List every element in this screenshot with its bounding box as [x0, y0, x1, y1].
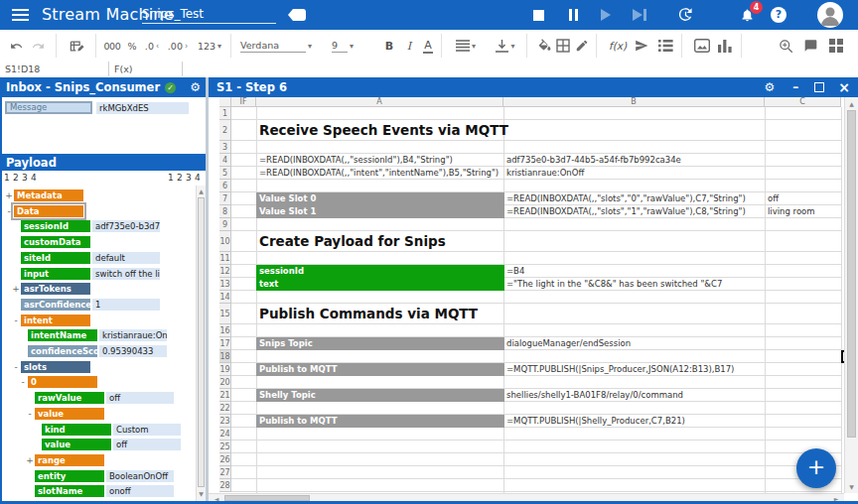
- help-button[interactable]: ?: [771, 7, 786, 23]
- machine-name-input[interactable]: Snips_Test: [142, 7, 276, 24]
- tree-key-asrTokens[interactable]: asrTokens: [21, 283, 90, 295]
- italic-button[interactable]: I: [399, 30, 419, 62]
- row-header-11[interactable]: 11: [219, 252, 231, 265]
- depth-tab-right-1[interactable]: 1: [168, 173, 174, 183]
- sheet-settings-icon[interactable]: [64, 30, 89, 62]
- cell-A4[interactable]: =READ(INBOXDATA(,,"sessionId"),B4,"Strin…: [256, 154, 504, 167]
- menu-icon[interactable]: [12, 9, 29, 21]
- tree-key-input[interactable]: input: [21, 268, 90, 280]
- cell-A15[interactable]: Publish Commands via MQTT: [256, 304, 653, 324]
- tree-key-slotName[interactable]: slotName: [35, 485, 104, 497]
- tree-expander-icon[interactable]: -: [5, 205, 13, 217]
- cell-B23[interactable]: =MQTT.PUBLISH(|Shelly_Producer,C7,B21): [503, 415, 766, 428]
- apps-grid-icon[interactable]: [824, 30, 848, 62]
- format-percent-button[interactable]: %: [125, 30, 139, 62]
- tree-value-kind[interactable]: Custom: [113, 424, 181, 436]
- message-label[interactable]: Message: [5, 101, 92, 114]
- row-header-18[interactable]: 18: [219, 350, 231, 363]
- play-button[interactable]: [598, 8, 614, 22]
- avatar[interactable]: [817, 2, 843, 28]
- cell-A12[interactable]: sessionId: [256, 265, 504, 278]
- tree-expander-icon[interactable]: -: [19, 376, 27, 388]
- depth-tab-left-4[interactable]: 4: [31, 173, 37, 183]
- cell-A19[interactable]: Publish to MQTT: [256, 363, 504, 376]
- scroll-up-icon[interactable]: ▲: [845, 100, 858, 107]
- streams-icon[interactable]: [630, 30, 653, 62]
- formula-input[interactable]: [183, 62, 858, 76]
- depth-tab-left-1[interactable]: 1: [4, 173, 10, 183]
- cell-B19[interactable]: =MQTT.PUBLISH(|Snips_Producer,JSON(A12:B…: [503, 363, 766, 376]
- insert-image-icon[interactable]: [689, 30, 715, 62]
- row-header-1[interactable]: 1: [219, 107, 231, 120]
- cell-A17[interactable]: Snips Topic: [256, 337, 504, 350]
- stop-button[interactable]: [530, 8, 546, 22]
- cell-A2[interactable]: Receive Speech Events via MQTT: [256, 120, 653, 141]
- cell-B8[interactable]: =READ(INBOXDATA(,,"slots","1","rawValue"…: [503, 205, 766, 218]
- depth-tab-right-2[interactable]: 2: [177, 173, 183, 183]
- row-header-27[interactable]: 27: [219, 466, 231, 479]
- column-header-C[interactable]: C: [765, 97, 841, 107]
- cell-B13[interactable]: ="The light in the "&C8&" has been switc…: [503, 278, 766, 291]
- depth-tab-left-2[interactable]: 2: [13, 173, 19, 183]
- tree-key-range[interactable]: range: [35, 454, 104, 466]
- tree-value-siteId[interactable]: default: [92, 252, 160, 264]
- cell-B7[interactable]: =READ(INBOXDATA(,,"slots","0","rawValue"…: [503, 192, 766, 205]
- cell-B17[interactable]: dialogueManager/endSession: [503, 337, 766, 350]
- row-header-16[interactable]: 16: [219, 324, 231, 337]
- horizontal-align-dropdown[interactable]: ▾: [449, 30, 483, 62]
- tree-key-confidenceScore[interactable]: confidenceScore: [28, 345, 97, 357]
- tree-key-kind[interactable]: kind: [42, 424, 111, 436]
- history-icon[interactable]: [676, 6, 693, 23]
- column-header-A[interactable]: A: [256, 97, 503, 107]
- tree-value-rawValue[interactable]: off: [106, 392, 174, 404]
- cell-A13[interactable]: text: [256, 278, 504, 291]
- font-family-dropdown[interactable]: Verdana▾: [240, 30, 326, 62]
- row-header-13[interactable]: 13: [219, 278, 231, 291]
- cell-reference[interactable]: S1!D18: [0, 62, 109, 76]
- tree-expander-icon[interactable]: -: [26, 408, 34, 420]
- column-header-IF[interactable]: IF: [231, 97, 256, 107]
- row-header-21[interactable]: 21: [219, 389, 231, 402]
- scroll-up-icon[interactable]: ▲: [197, 188, 206, 194]
- cell-B4[interactable]: adf735e0-b3d7-44b5-a54f-fb7b992ca34e: [503, 154, 766, 167]
- row-header-9[interactable]: 9: [219, 218, 231, 231]
- row-header-8[interactable]: 8: [219, 205, 231, 218]
- scroll-down-icon[interactable]: ▼: [845, 483, 858, 490]
- scroll-thumb[interactable]: [847, 110, 856, 438]
- sheet-horizontal-scrollbar[interactable]: ◄►: [209, 493, 844, 501]
- tree-value-intentName[interactable]: kristianraue:OnOff: [99, 329, 167, 341]
- cell-C7[interactable]: off: [765, 192, 842, 205]
- row-header-3[interactable]: 3: [219, 141, 231, 154]
- inbox-header[interactable]: Inbox - Snips_Consumer ✓ ⚙: [0, 77, 206, 97]
- format-thousands-button[interactable]: 000: [101, 30, 123, 62]
- tree-key-intent[interactable]: intent: [21, 315, 90, 326]
- sheet-settings-gear-icon[interactable]: ⚙: [765, 81, 776, 93]
- cell-A23[interactable]: Publish to MQTT: [256, 415, 504, 428]
- comments-icon[interactable]: [798, 30, 822, 62]
- tree-value-sessionId[interactable]: adf735e0-b3d7-44: [92, 220, 160, 232]
- row-header-10[interactable]: 10: [219, 231, 231, 252]
- minimize-icon[interactable]: –: [792, 81, 798, 93]
- number-format-dropdown[interactable]: 123▾: [195, 30, 224, 62]
- depth-tab-right-4[interactable]: 4: [195, 173, 201, 183]
- tree-key-intentName[interactable]: intentName: [28, 329, 97, 341]
- row-header-6[interactable]: 6: [219, 180, 231, 192]
- tree-key-Metadata[interactable]: Metadata: [14, 189, 83, 201]
- tree-value-entity[interactable]: BooleanOnOff: [106, 470, 174, 482]
- tree-key-0[interactable]: 0: [28, 376, 97, 388]
- vertical-align-dropdown[interactable]: ▾: [489, 30, 522, 62]
- bold-button[interactable]: B: [379, 30, 399, 62]
- tree-key-entity[interactable]: entity: [35, 470, 104, 482]
- row-header-19[interactable]: 19: [219, 363, 231, 376]
- tree-key-siteId[interactable]: siteId: [21, 252, 90, 264]
- row-header-5[interactable]: 5: [219, 167, 231, 180]
- depth-tab-right-3[interactable]: 3: [186, 173, 192, 183]
- tree-value-confidenceScore[interactable]: 0.95390433: [99, 345, 167, 357]
- tree-key-value[interactable]: value: [42, 439, 111, 450]
- cell-B5[interactable]: kristianraue:OnOff: [503, 167, 766, 180]
- row-header-14[interactable]: 14: [219, 291, 231, 304]
- row-header-15[interactable]: 15: [219, 304, 231, 324]
- cell-A8[interactable]: Value Slot 1: [256, 205, 504, 218]
- cell-B21[interactable]: shellies/shelly1-BA01F8/relay/0/command: [503, 389, 766, 402]
- font-size-dropdown[interactable]: 9▾: [332, 30, 361, 62]
